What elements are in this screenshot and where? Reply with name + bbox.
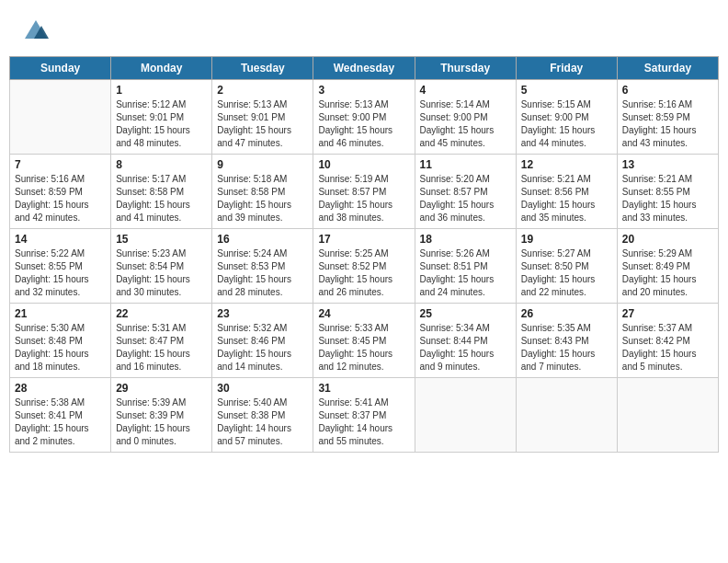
- day-info: Sunrise: 5:16 AMSunset: 8:59 PMDaylight:…: [15, 173, 106, 224]
- day-of-week-header: Saturday: [617, 57, 718, 80]
- calendar-day-cell: 7Sunrise: 5:16 AMSunset: 8:59 PMDaylight…: [10, 155, 111, 229]
- day-of-week-header: Monday: [111, 57, 212, 80]
- day-number: 31: [318, 382, 409, 395]
- day-info: Sunrise: 5:12 AMSunset: 9:01 PMDaylight:…: [116, 98, 207, 150]
- day-info: Sunrise: 5:19 AMSunset: 8:57 PMDaylight:…: [318, 173, 409, 224]
- day-info: Sunrise: 5:37 AMSunset: 8:42 PMDaylight:…: [622, 322, 713, 373]
- calendar-day-cell: 30Sunrise: 5:40 AMSunset: 8:38 PMDayligh…: [212, 378, 313, 453]
- day-info: Sunrise: 5:27 AMSunset: 8:50 PMDaylight:…: [521, 247, 612, 299]
- calendar-week-row: 7Sunrise: 5:16 AMSunset: 8:59 PMDaylight…: [10, 155, 719, 229]
- calendar-day-cell: 28Sunrise: 5:38 AMSunset: 8:41 PMDayligh…: [10, 378, 111, 453]
- day-number: 10: [318, 158, 409, 171]
- day-number: 6: [622, 84, 713, 97]
- day-info: Sunrise: 5:13 AMSunset: 9:01 PMDaylight:…: [217, 98, 308, 150]
- day-info: Sunrise: 5:41 AMSunset: 8:37 PMDaylight:…: [318, 396, 409, 448]
- calendar-day-cell: 13Sunrise: 5:21 AMSunset: 8:55 PMDayligh…: [617, 155, 718, 229]
- day-number: 2: [217, 84, 308, 97]
- calendar-day-cell: 20Sunrise: 5:29 AMSunset: 8:49 PMDayligh…: [617, 229, 718, 304]
- day-info: Sunrise: 5:21 AMSunset: 8:55 PMDaylight:…: [622, 173, 713, 224]
- day-number: 3: [318, 84, 409, 97]
- calendar-day-cell: 23Sunrise: 5:32 AMSunset: 8:46 PMDayligh…: [212, 304, 313, 378]
- calendar-day-cell: 29Sunrise: 5:39 AMSunset: 8:39 PMDayligh…: [111, 378, 212, 453]
- calendar-day-cell: 2Sunrise: 5:13 AMSunset: 9:01 PMDaylight…: [212, 80, 313, 155]
- calendar-day-cell: 16Sunrise: 5:24 AMSunset: 8:53 PMDayligh…: [212, 229, 313, 304]
- calendar-day-cell: 9Sunrise: 5:18 AMSunset: 8:58 PMDaylight…: [212, 155, 313, 229]
- calendar-day-cell: 10Sunrise: 5:19 AMSunset: 8:57 PMDayligh…: [313, 155, 415, 229]
- calendar-week-row: 21Sunrise: 5:30 AMSunset: 8:48 PMDayligh…: [10, 304, 719, 378]
- day-number: 8: [116, 158, 207, 171]
- day-info: Sunrise: 5:39 AMSunset: 8:39 PMDaylight:…: [116, 396, 207, 448]
- day-number: 22: [116, 307, 207, 320]
- page-container: SundayMondayTuesdayWednesdayThursdayFrid…: [9, 9, 719, 453]
- calendar-day-cell: [10, 80, 111, 155]
- day-of-week-header: Friday: [516, 57, 617, 80]
- calendar-day-cell: 8Sunrise: 5:17 AMSunset: 8:58 PMDaylight…: [111, 155, 212, 229]
- calendar-day-cell: 17Sunrise: 5:25 AMSunset: 8:52 PMDayligh…: [313, 229, 415, 304]
- day-number: 7: [15, 158, 106, 171]
- day-of-week-header: Sunday: [10, 57, 111, 80]
- day-info: Sunrise: 5:17 AMSunset: 8:58 PMDaylight:…: [116, 173, 207, 224]
- day-info: Sunrise: 5:24 AMSunset: 8:53 PMDaylight:…: [217, 247, 308, 299]
- day-number: 27: [622, 307, 713, 320]
- logo: [23, 18, 51, 44]
- day-info: Sunrise: 5:38 AMSunset: 8:41 PMDaylight:…: [15, 396, 106, 448]
- day-number: 5: [521, 84, 612, 97]
- calendar-day-cell: 12Sunrise: 5:21 AMSunset: 8:56 PMDayligh…: [516, 155, 617, 229]
- calendar-week-row: 1Sunrise: 5:12 AMSunset: 9:01 PMDaylight…: [10, 80, 719, 155]
- day-info: Sunrise: 5:33 AMSunset: 8:45 PMDaylight:…: [318, 322, 409, 373]
- day-of-week-header: Thursday: [415, 57, 516, 80]
- day-number: 15: [116, 233, 207, 246]
- day-number: 17: [318, 233, 409, 246]
- day-number: 12: [521, 158, 612, 171]
- calendar-day-cell: 1Sunrise: 5:12 AMSunset: 9:01 PMDaylight…: [111, 80, 212, 155]
- day-info: Sunrise: 5:20 AMSunset: 8:57 PMDaylight:…: [420, 173, 511, 224]
- day-info: Sunrise: 5:31 AMSunset: 8:47 PMDaylight:…: [116, 322, 207, 373]
- day-info: Sunrise: 5:23 AMSunset: 8:54 PMDaylight:…: [116, 247, 207, 299]
- day-info: Sunrise: 5:35 AMSunset: 8:43 PMDaylight:…: [521, 322, 612, 373]
- day-info: Sunrise: 5:29 AMSunset: 8:49 PMDaylight:…: [622, 247, 713, 299]
- day-info: Sunrise: 5:15 AMSunset: 9:00 PMDaylight:…: [521, 98, 612, 150]
- calendar-day-cell: 4Sunrise: 5:14 AMSunset: 9:00 PMDaylight…: [415, 80, 516, 155]
- day-number: 26: [521, 307, 612, 320]
- day-info: Sunrise: 5:25 AMSunset: 8:52 PMDaylight:…: [318, 247, 409, 299]
- day-number: 13: [622, 158, 713, 171]
- day-number: 23: [217, 307, 308, 320]
- day-info: Sunrise: 5:40 AMSunset: 8:38 PMDaylight:…: [217, 396, 308, 448]
- day-info: Sunrise: 5:22 AMSunset: 8:55 PMDaylight:…: [15, 247, 106, 299]
- day-of-week-header: Tuesday: [212, 57, 313, 80]
- day-info: Sunrise: 5:34 AMSunset: 8:44 PMDaylight:…: [420, 322, 511, 373]
- day-number: 1: [116, 84, 207, 97]
- day-number: 19: [521, 233, 612, 246]
- logo-icon: [23, 18, 49, 44]
- day-info: Sunrise: 5:26 AMSunset: 8:51 PMDaylight:…: [420, 247, 511, 299]
- day-number: 11: [420, 158, 511, 171]
- calendar-day-cell: 19Sunrise: 5:27 AMSunset: 8:50 PMDayligh…: [516, 229, 617, 304]
- day-info: Sunrise: 5:18 AMSunset: 8:58 PMDaylight:…: [217, 173, 308, 224]
- day-info: Sunrise: 5:16 AMSunset: 8:59 PMDaylight:…: [622, 98, 713, 150]
- calendar-week-row: 28Sunrise: 5:38 AMSunset: 8:41 PMDayligh…: [10, 378, 719, 453]
- day-info: Sunrise: 5:14 AMSunset: 9:00 PMDaylight:…: [420, 98, 511, 150]
- calendar-day-cell: 5Sunrise: 5:15 AMSunset: 9:00 PMDaylight…: [516, 80, 617, 155]
- calendar-day-cell: 11Sunrise: 5:20 AMSunset: 8:57 PMDayligh…: [415, 155, 516, 229]
- calendar-day-cell: 22Sunrise: 5:31 AMSunset: 8:47 PMDayligh…: [111, 304, 212, 378]
- day-info: Sunrise: 5:13 AMSunset: 9:00 PMDaylight:…: [318, 98, 409, 150]
- day-number: 9: [217, 158, 308, 171]
- calendar-day-cell: 27Sunrise: 5:37 AMSunset: 8:42 PMDayligh…: [617, 304, 718, 378]
- calendar-day-cell: 25Sunrise: 5:34 AMSunset: 8:44 PMDayligh…: [415, 304, 516, 378]
- day-of-week-header: Wednesday: [313, 57, 415, 80]
- calendar-day-cell: 14Sunrise: 5:22 AMSunset: 8:55 PMDayligh…: [10, 229, 111, 304]
- calendar-day-cell: [415, 378, 516, 453]
- day-number: 20: [622, 233, 713, 246]
- calendar-day-cell: [516, 378, 617, 453]
- calendar-day-cell: [617, 378, 718, 453]
- day-number: 30: [217, 382, 308, 395]
- calendar-day-cell: 21Sunrise: 5:30 AMSunset: 8:48 PMDayligh…: [10, 304, 111, 378]
- day-number: 18: [420, 233, 511, 246]
- calendar-day-cell: 6Sunrise: 5:16 AMSunset: 8:59 PMDaylight…: [617, 80, 718, 155]
- day-number: 28: [15, 382, 106, 395]
- calendar-day-cell: 18Sunrise: 5:26 AMSunset: 8:51 PMDayligh…: [415, 229, 516, 304]
- day-number: 16: [217, 233, 308, 246]
- calendar-day-cell: 3Sunrise: 5:13 AMSunset: 9:00 PMDaylight…: [313, 80, 415, 155]
- day-number: 24: [318, 307, 409, 320]
- calendar-week-row: 14Sunrise: 5:22 AMSunset: 8:55 PMDayligh…: [10, 229, 719, 304]
